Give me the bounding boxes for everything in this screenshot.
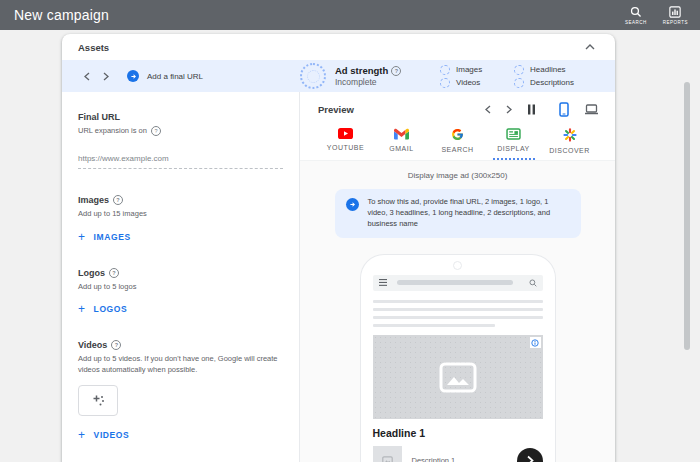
check-descriptions: Descriptions <box>514 78 574 88</box>
logos-section: Logos? Add up to 5 logos +LOGOS <box>78 268 283 314</box>
help-icon[interactable]: ? <box>151 126 161 136</box>
tab-youtube[interactable]: YOUTUBE <box>318 125 374 160</box>
requirements-banner: To show this ad, provide final URL, 2 im… <box>335 189 581 238</box>
check-images: Images <box>440 65 514 75</box>
plus-icon: + <box>78 431 86 439</box>
plus-icon: + <box>78 305 86 313</box>
preview-header: Preview <box>300 92 615 121</box>
reports-button[interactable]: REPORTS <box>663 6 688 25</box>
final-url-section: Final URL URL expansion is on? <box>78 112 283 169</box>
mock-ad-slot <box>373 335 543 419</box>
help-icon[interactable]: ? <box>113 195 123 205</box>
chevron-right-icon <box>103 72 109 81</box>
info-dot-icon <box>346 198 359 211</box>
logos-title: Logos <box>78 268 105 278</box>
search-icon <box>630 6 642 18</box>
asset-checklist: Images Videos Headlines Descriptions <box>440 60 574 92</box>
top-app-bar: New campaign SEARCH REPORTS <box>0 0 700 30</box>
images-section: Images? Add up to 15 images +IMAGES <box>78 195 283 241</box>
videos-subtitle: Add up to 5 videos. If you don't have on… <box>78 353 283 376</box>
discover-icon <box>563 128 577 142</box>
page-title: New campaign <box>14 7 109 23</box>
desktop-icon <box>584 104 599 115</box>
preview-previous-button[interactable] <box>485 105 491 114</box>
tab-search[interactable]: SEARCH <box>430 125 486 160</box>
mock-description-row: Description 1 <box>373 446 543 462</box>
add-logos-button[interactable]: +LOGOS <box>78 304 283 314</box>
notice-nav <box>84 72 109 81</box>
skeleton-line <box>373 316 543 320</box>
preview-body: Display image ad (300x250) To show this … <box>300 160 615 462</box>
mobile-view-toggle[interactable] <box>559 102 569 117</box>
reports-icon <box>669 6 681 18</box>
chevron-left-icon <box>84 72 90 81</box>
images-title: Images <box>78 195 109 205</box>
videos-section: Videos? Add up to 5 videos. If you don't… <box>78 340 283 441</box>
skeleton-line <box>373 324 495 328</box>
empty-circle-icon <box>440 78 450 88</box>
auto-create-video-button[interactable] <box>78 385 118 416</box>
final-url-title: Final URL <box>78 112 283 122</box>
mock-headline: Headline 1 <box>373 427 543 439</box>
reports-button-label: REPORTS <box>663 20 688 25</box>
previous-issue-button[interactable] <box>84 72 90 81</box>
mock-text-skeleton <box>373 300 543 328</box>
plus-icon: + <box>78 233 86 241</box>
preview-channel-tabs: YOUTUBE GMAIL SEARCH DISPLAY <box>300 121 615 160</box>
chevron-up-icon <box>585 44 595 50</box>
ad-strength-status: Incomplete <box>335 77 401 87</box>
search-small-icon <box>529 279 537 287</box>
display-icon <box>506 128 521 140</box>
phone-mockup: Headline 1 Description 1 <box>360 254 556 462</box>
youtube-icon <box>338 128 353 139</box>
page-scrollbar[interactable] <box>684 82 690 350</box>
logos-subtitle: Add up to 5 logos <box>78 281 283 292</box>
mock-description: Description 1 <box>412 456 456 462</box>
ad-strength-label: Ad strength <box>335 65 388 76</box>
help-icon[interactable]: ? <box>109 268 119 278</box>
pause-icon <box>527 104 536 115</box>
pause-preview-button[interactable] <box>527 104 536 115</box>
mock-thumbnail <box>373 446 402 462</box>
ad-strength: Ad strength ? Incomplete <box>300 60 401 92</box>
images-subtitle: Add up to 15 images <box>78 208 283 219</box>
tab-discover[interactable]: DISCOVER <box>542 125 598 160</box>
assets-card: Assets Add a final URL Ad strength ? <box>62 34 615 462</box>
image-placeholder-icon <box>382 456 393 462</box>
tab-gmail[interactable]: GMAIL <box>374 125 430 160</box>
mobile-icon <box>559 102 569 117</box>
check-videos: Videos <box>440 78 514 88</box>
asset-form: Final URL URL expansion is on? Images? A… <box>62 92 300 462</box>
assets-panel-title: Assets <box>78 42 109 53</box>
assets-card-header: Assets <box>62 34 615 60</box>
desktop-view-toggle[interactable] <box>584 104 599 115</box>
gmail-icon <box>394 128 409 140</box>
chevron-left-icon <box>485 105 491 114</box>
skeleton-line <box>373 308 543 312</box>
search-button[interactable]: SEARCH <box>625 6 647 25</box>
help-icon[interactable]: ? <box>111 340 121 350</box>
todo-link[interactable]: Add a final URL <box>147 72 203 81</box>
empty-circle-icon <box>514 78 524 88</box>
tab-display[interactable]: DISPLAY <box>486 125 542 160</box>
collapse-panel-button[interactable] <box>585 44 595 50</box>
final-url-input[interactable] <box>78 154 283 169</box>
chevron-right-icon <box>506 105 512 114</box>
ad-format-label: Display image ad (300x250) <box>300 171 615 180</box>
requirements-text: To show this ad, provide final URL, 2 im… <box>368 197 571 230</box>
preview-next-button[interactable] <box>506 105 512 114</box>
skeleton-line <box>373 300 543 304</box>
ad-info-badge-icon <box>530 337 541 348</box>
videos-title: Videos <box>78 340 107 350</box>
mock-browser-bar <box>373 275 543 291</box>
add-videos-button[interactable]: +VIDEOS <box>78 430 283 440</box>
notice-bar: Add a final URL Ad strength ? Incomplete… <box>62 60 615 92</box>
url-expansion-note: URL expansion is on <box>78 125 147 136</box>
search-button-label: SEARCH <box>625 20 647 25</box>
help-icon[interactable]: ? <box>391 66 401 76</box>
add-images-button[interactable]: +IMAGES <box>78 232 283 242</box>
empty-circle-icon <box>514 65 524 75</box>
next-issue-button[interactable] <box>103 72 109 81</box>
image-placeholder-icon <box>439 362 477 393</box>
preview-panel: Preview YOUTUBE <box>300 92 615 462</box>
